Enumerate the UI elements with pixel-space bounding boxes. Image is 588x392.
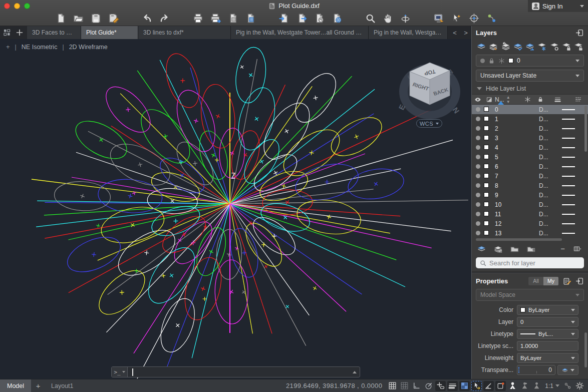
- lineweight-dropdown[interactable]: ByLayer: [517, 353, 578, 363]
- layer-color-swatch[interactable]: [484, 125, 495, 132]
- layer-lineweight[interactable]: [562, 166, 588, 167]
- attach-button[interactable]: [314, 13, 325, 24]
- unlock-layer-button[interactable]: [573, 42, 583, 51]
- layer-visibility-dot[interactable]: [472, 192, 484, 199]
- layer-linetype[interactable]: D...: [539, 182, 562, 189]
- model-canvas[interactable]: + | NE Isometric | 2D Wireframe Z E N S …: [0, 39, 471, 379]
- color-dropdown[interactable]: ByLayer: [517, 305, 578, 315]
- web-publish-button[interactable]: [331, 13, 343, 24]
- layer-color-swatch[interactable]: [484, 154, 495, 161]
- snap-toggle[interactable]: [399, 381, 410, 391]
- drawing-tab-0[interactable]: 3D Faces to DXF*: [27, 26, 81, 39]
- layer-list-vscrollbar[interactable]: [584, 106, 587, 152]
- layer-visibility-dot[interactable]: [472, 201, 484, 208]
- space-dropdown[interactable]: Model Space: [476, 289, 584, 301]
- layer-dropdown[interactable]: 0: [517, 317, 578, 327]
- turn-off-layer-button[interactable]: [549, 42, 559, 51]
- layer-visibility-dot[interactable]: [472, 125, 484, 132]
- lock-column-header[interactable]: [534, 96, 547, 103]
- tab-overview-icon[interactable]: [3, 29, 12, 37]
- layer-visibility-dot[interactable]: [472, 173, 484, 180]
- layer-lineweight[interactable]: [562, 204, 588, 205]
- layer-linetype[interactable]: D...: [539, 154, 562, 161]
- layers-panel-close-button[interactable]: [575, 29, 584, 37]
- undo-layer-change-button[interactable]: [501, 42, 511, 51]
- viewport-add-button[interactable]: +: [6, 43, 10, 51]
- layer-state-dropdown[interactable]: Unsaved Layer State: [476, 70, 584, 82]
- batch-print-button[interactable]: [210, 13, 221, 24]
- layer-row-11[interactable]: 11D...: [472, 209, 588, 219]
- wcs-dropdown[interactable]: WCS: [416, 119, 442, 128]
- layer-visibility-dot[interactable]: [472, 230, 484, 237]
- freeze-layer-button[interactable]: [537, 42, 547, 51]
- lock-layer-button[interactable]: [561, 42, 571, 51]
- redo-button[interactable]: [159, 13, 170, 24]
- properties-panel-close-button[interactable]: [575, 277, 584, 285]
- layer-color-swatch[interactable]: [484, 116, 495, 123]
- new-layer-footer-button[interactable]: [477, 244, 486, 253]
- pan-tool-button[interactable]: [382, 13, 394, 24]
- tab-scroll-left-button[interactable]: <: [450, 29, 460, 37]
- layer-row-5[interactable]: 5D...: [472, 152, 588, 162]
- display-settings-button[interactable]: [433, 13, 445, 24]
- layer-linetype[interactable]: D...: [539, 192, 562, 199]
- transparency-dropdown[interactable]: [557, 365, 578, 375]
- drawing-tab-3[interactable]: Pig in the Wall, Westgate Tower…all Grou…: [231, 26, 369, 39]
- visual-style-control[interactable]: 2D Wireframe: [69, 44, 108, 51]
- export-button[interactable]: [296, 13, 308, 24]
- annotation-scale-value[interactable]: 1:1: [543, 382, 561, 389]
- new-file-button[interactable]: [55, 13, 67, 24]
- layer-visibility-dot[interactable]: [472, 182, 484, 189]
- model-tab[interactable]: Model: [0, 379, 31, 392]
- layer-visibility-dot[interactable]: [472, 154, 484, 161]
- annotation-monitor-toggle[interactable]: [495, 381, 506, 391]
- layer-color-swatch[interactable]: [484, 220, 495, 227]
- open-file-button[interactable]: [73, 13, 84, 24]
- layer-color-swatch[interactable]: [484, 211, 495, 218]
- current-layer-dropdown[interactable]: 0: [476, 55, 584, 67]
- layer-linetype[interactable]: D...: [539, 220, 562, 227]
- layer-lineweight[interactable]: [562, 195, 588, 196]
- linetype-sc----input[interactable]: 1.0000: [517, 341, 578, 351]
- freeze-column-header[interactable]: [521, 96, 534, 103]
- layer-color-swatch[interactable]: [484, 106, 495, 113]
- layer-lineweight[interactable]: [562, 185, 588, 186]
- view-direction-control[interactable]: NE Isometric: [22, 44, 58, 51]
- customize-properties-button[interactable]: [563, 277, 571, 285]
- layer-lineweight[interactable]: [562, 223, 588, 224]
- plot-preview-button[interactable]: [245, 13, 256, 24]
- annotation-visibility-toggle[interactable]: [507, 381, 518, 391]
- layer-visibility-dot[interactable]: [472, 144, 484, 151]
- layer-lineweight[interactable]: [562, 176, 588, 177]
- settings-toggle[interactable]: [574, 381, 585, 391]
- viewcube-cube[interactable]: TOP RIGHT BACK: [410, 63, 450, 105]
- lineweight-column-header[interactable]: [547, 96, 568, 103]
- layer-color-swatch[interactable]: [484, 163, 495, 170]
- import-button[interactable]: [278, 13, 290, 24]
- filter-my-button[interactable]: My: [543, 277, 558, 285]
- visibility-column-header[interactable]: [472, 96, 484, 103]
- hide-layer-list-toggle[interactable]: Hide Layer List: [472, 83, 588, 94]
- ortho-toggle[interactable]: [411, 381, 422, 391]
- layer-row-7[interactable]: 7D...: [472, 171, 588, 181]
- layer-color-swatch[interactable]: [484, 201, 495, 208]
- print-button[interactable]: [192, 13, 204, 24]
- properties-scrollbar[interactable]: [584, 332, 587, 367]
- layer-linetype[interactable]: D...: [539, 230, 562, 237]
- color-column-header[interactable]: [484, 97, 495, 103]
- layer-linetype[interactable]: D...: [539, 201, 562, 208]
- layer-row-3[interactable]: 3D...: [472, 133, 588, 143]
- layer-visibility-dot[interactable]: [472, 106, 484, 113]
- remove-layer-button[interactable]: −: [560, 246, 565, 251]
- annotation-scale-toggle[interactable]: [531, 381, 542, 391]
- share-link-button[interactable]: [486, 13, 497, 24]
- layer-states-footer-button[interactable]: [493, 244, 503, 253]
- tab-scroll-right-button[interactable]: >: [461, 29, 471, 37]
- layer-search-field[interactable]: Search for layer: [476, 257, 584, 268]
- lineweight-display-toggle[interactable]: [447, 381, 458, 391]
- linetype-dropdown[interactable]: ByL...: [517, 329, 578, 339]
- drawing-tab-4[interactable]: Pig in the Wall, Westgate Tower…te I: [369, 26, 448, 39]
- annotation-autoscale-toggle[interactable]: [519, 381, 530, 391]
- undo-button[interactable]: [141, 13, 153, 24]
- new-layer-button[interactable]: [476, 42, 486, 51]
